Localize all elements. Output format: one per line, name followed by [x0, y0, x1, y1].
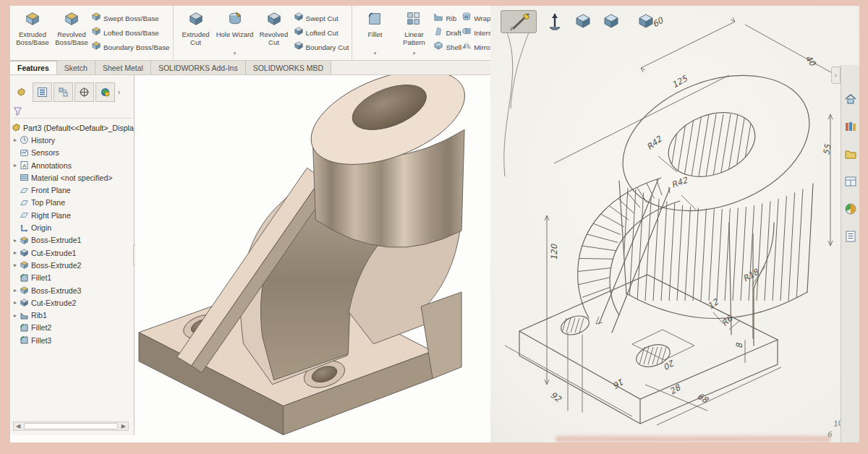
toolbar-button-boundary-cut[interactable]: Boundary Cut	[294, 40, 349, 54]
tab-features[interactable]: Features	[10, 61, 57, 74]
toolbar-button-label: Boundary Boss/Base	[103, 43, 170, 51]
toolbar-button-swept-boss-base[interactable]: Swept Boss/Base	[91, 11, 170, 25]
expand-arrow-icon[interactable]: ▸	[12, 287, 19, 294]
tree-item-right-plane[interactable]: Right Plane	[12, 209, 133, 221]
toolbar-button-linear-pattern[interactable]: Linear Pattern▾	[394, 8, 433, 57]
expand-arrow-icon[interactable]: ▸	[12, 262, 19, 268]
model-viewport[interactable]	[135, 75, 490, 442]
toolbar-button-revolved-boss-base[interactable]: Revolved Boss/Base	[52, 8, 91, 57]
tab-solidworks-add-ins[interactable]: SOLIDWORKS Add-Ins	[151, 61, 246, 74]
reference-axis-button[interactable]	[546, 12, 563, 32]
view-palette-icon[interactable]	[844, 175, 857, 188]
configuration-manager-tab[interactable]	[54, 82, 73, 102]
toolbar-button-boundary-boss-base[interactable]: Boundary Boss/Base	[91, 40, 170, 54]
toolbar-button-draft[interactable]: Draft	[433, 25, 461, 40]
tree-item-boss-extrude1[interactable]: ▸ Boss-Extrude1	[12, 234, 133, 247]
dropdown-caret-icon[interactable]: ▾	[413, 51, 416, 56]
expand-arrow-icon[interactable]: ▸	[12, 299, 19, 306]
toolbar-button-extruded-boss-base[interactable]: Extruded Boss/Base	[13, 8, 52, 57]
tree-item-cut-extrude1[interactable]: ▸ Cut-Extrude1	[12, 247, 133, 259]
dimxpert-manager-tab[interactable]	[75, 82, 94, 102]
extruded-cut-icon	[188, 11, 204, 30]
tree-item-top-plane[interactable]: Top Plane	[12, 197, 133, 209]
reference-axis-icon	[548, 12, 562, 31]
tree-item-label: Origin	[31, 223, 51, 232]
design-library-icon[interactable]	[844, 120, 857, 133]
expand-arrow-icon[interactable]: ▸	[12, 137, 19, 143]
home-icon[interactable]	[844, 93, 857, 106]
toolbar-button-shell[interactable]: Shell	[433, 40, 461, 54]
tree-item-fillet3[interactable]: Fillet3	[12, 334, 133, 346]
view-orientation-cube-button[interactable]	[574, 13, 592, 32]
filter-funnel-icon[interactable]	[13, 106, 22, 118]
featuremanager-design-tree-tab[interactable]	[12, 82, 31, 102]
view-orientation-cube-button[interactable]	[637, 13, 655, 32]
toolbar-button-label: Boundary Cut	[306, 43, 349, 51]
tree-root-item[interactable]: Part3 (Default<<Default>_Displa	[12, 121, 133, 134]
expand-arrow-icon[interactable]: ▸	[12, 312, 19, 319]
hole-wizard-icon	[227, 11, 243, 30]
toolbar-button-lofted-cut[interactable]: Lofted Cut	[294, 25, 349, 40]
tree-item-boss-extrude3[interactable]: ▸ Boss-Extrude3	[12, 284, 133, 296]
expand-arrow-icon[interactable]: ▸	[12, 249, 19, 256]
commandmanager-tabs: FeaturesSketchSheet MetalSOLIDWORKS Add-…	[10, 61, 490, 75]
scrollbar-thumb[interactable]	[24, 423, 118, 429]
scroll-left-arrow-icon[interactable]: ◀	[14, 423, 22, 429]
toolbar-button-hole-wizard[interactable]: Hole Wizard▾	[216, 8, 255, 57]
file-explorer-icon[interactable]	[844, 147, 857, 160]
tree-item-history[interactable]: ▸History	[12, 134, 133, 146]
view-orientation-cube-button[interactable]	[602, 13, 621, 32]
origin-icon	[19, 223, 29, 233]
toolbar-button-label: Fillet	[367, 31, 382, 39]
toolbar-button-swept-cut[interactable]: Swept Cut	[294, 11, 349, 25]
task-pane-strip	[841, 65, 859, 442]
tree-item-label: Cut-Extrude1	[31, 249, 76, 257]
tree-item-fillet1[interactable]: Fillet1	[12, 272, 133, 284]
expand-arrow-icon[interactable]: ▸	[12, 162, 19, 168]
toolbar-button-extruded-cut[interactable]: Extruded Cut	[176, 8, 216, 57]
tree-item-sensors[interactable]: Sensors	[12, 147, 133, 159]
tree-item-fillet2[interactable]: Fillet2	[12, 322, 133, 334]
toolbar-button-revolved-cut[interactable]: Revolved Cut	[255, 8, 294, 57]
tree-item-origin[interactable]: Origin	[12, 221, 133, 234]
dropdown-caret-icon[interactable]: ▾	[234, 51, 237, 56]
lofted-boss-icon	[91, 26, 101, 39]
tree-item-cut-extrude2[interactable]: ▸ Cut-Extrude2	[12, 296, 133, 309]
tree-item-label: Fillet2	[31, 323, 51, 332]
draft-icon	[433, 26, 443, 39]
tree-item-front-plane[interactable]: Front Plane	[12, 184, 133, 196]
boundary-boss-icon	[91, 40, 101, 53]
scroll-right-arrow-icon[interactable]: ▶	[119, 423, 128, 429]
expand-arrow-icon[interactable]: ▸	[12, 237, 19, 244]
tree-item-material-not-specified-[interactable]: Material <not specified>	[12, 171, 133, 184]
appearances-icon[interactable]	[844, 202, 857, 215]
toolbar-button-fillet[interactable]: Fillet▾	[355, 8, 394, 57]
propertymanager-tab[interactable]	[33, 82, 52, 102]
tab-sheet-metal[interactable]: Sheet Metal	[95, 61, 151, 74]
toolbar-button-lofted-boss-base[interactable]: Lofted Boss/Base	[91, 25, 170, 40]
tree-item-boss-extrude2[interactable]: ▸ Boss-Extrude2	[12, 259, 133, 271]
extruded-boss-icon	[25, 11, 41, 30]
svg-text:ab: ab	[464, 15, 469, 19]
tab-solidworks-mbd[interactable]: SOLIDWORKS MBD	[246, 61, 331, 74]
task-pane-collapse-icon[interactable]: ‹	[831, 67, 841, 84]
displaymanager-tab[interactable]	[95, 82, 115, 102]
custom-properties-icon[interactable]	[844, 230, 857, 243]
tree-item-label: Front Plane	[31, 186, 71, 194]
selected-sketch-tool-button[interactable]	[501, 10, 537, 33]
tab-sketch[interactable]: Sketch	[57, 61, 95, 74]
feature-manager-panel: › Part3 (Default<<Default>_Displa▸Histor…	[10, 75, 135, 435]
lofted-cut-icon	[294, 26, 304, 39]
tree-item-label: Annotations	[31, 161, 72, 170]
tree-item-label: Fillet1	[31, 273, 51, 282]
rib-icon	[433, 12, 443, 25]
fillet-tree-icon	[19, 273, 29, 283]
tree-item-annotations[interactable]: ▸AAnnotations	[12, 159, 133, 171]
tree-item-label: Right Plane	[31, 211, 71, 220]
dropdown-caret-icon[interactable]: ▾	[374, 51, 377, 56]
tree-item-rib1[interactable]: ▸Rib1	[12, 309, 133, 321]
toolbar-button-rib[interactable]: Rib	[433, 11, 461, 25]
wrap-icon: ab	[461, 12, 472, 25]
feature-tree-scrollbar[interactable]: ◀ ▶	[13, 421, 129, 431]
expand-panel-chevron-icon[interactable]: ›	[118, 88, 120, 96]
